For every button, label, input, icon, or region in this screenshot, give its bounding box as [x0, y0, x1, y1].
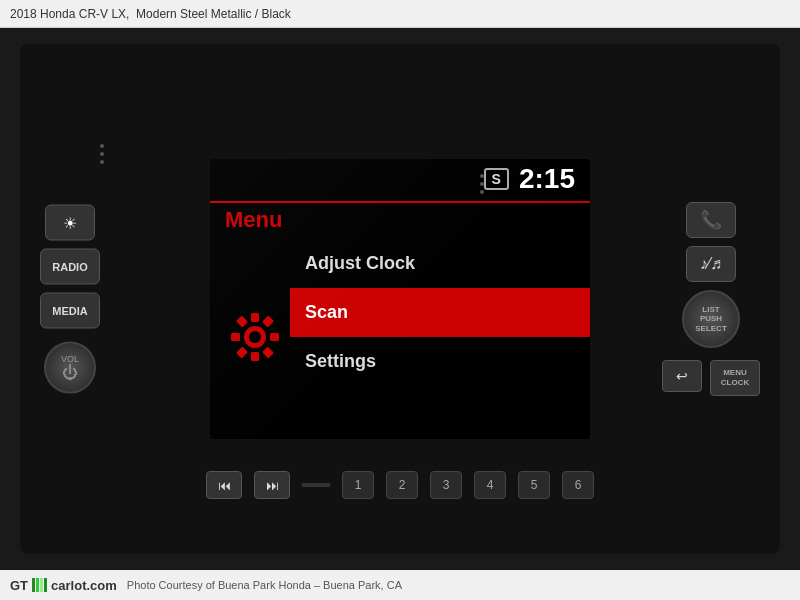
call-icon: 📞	[700, 209, 722, 231]
svg-rect-7	[236, 315, 248, 327]
bottom-bar: GT carlot.com Photo Courtesy of Buena Pa…	[0, 570, 800, 600]
menu-item-adjust-clock[interactable]: Adjust Clock	[290, 239, 590, 288]
dot	[480, 182, 484, 186]
brightness-icon: ☀	[63, 213, 77, 232]
dot	[100, 152, 104, 156]
svg-rect-3	[270, 333, 279, 341]
gt-strips	[32, 578, 47, 592]
strip-4	[44, 578, 47, 592]
right-controls: 📞 ♪⁄♬ LIST PUSH SELECT ↩ MENU CLOCK	[662, 202, 760, 396]
next-track-icon: ⏭	[266, 478, 279, 493]
top-bar: 2018 Honda CR-V LX, Modern Steel Metalli…	[0, 0, 800, 28]
back-icon: ↩	[676, 368, 688, 384]
status-s-badge: S	[484, 168, 509, 190]
dot-indicators-left	[100, 144, 104, 164]
list-select-label: LIST PUSH SELECT	[695, 305, 727, 334]
spacer	[302, 483, 330, 487]
vol-label: VOL	[61, 354, 79, 364]
svg-rect-5	[236, 346, 248, 358]
preset-button-4[interactable]: 4	[474, 471, 506, 499]
screen-content: S 2:15 Menu	[210, 159, 590, 439]
dashboard: ☀ RADIO MEDIA VOL ⏻ S	[20, 44, 780, 554]
svg-rect-6	[262, 346, 274, 358]
preset-button-2[interactable]: 2	[386, 471, 418, 499]
main-content: ☀ RADIO MEDIA VOL ⏻ S	[0, 28, 800, 570]
dot	[480, 190, 484, 194]
menu-clock-label: MENU CLOCK	[721, 368, 749, 389]
car-title: 2018 Honda CR-V LX, Modern Steel Metalli…	[10, 7, 291, 21]
back-menu-row: ↩ MENU CLOCK	[662, 360, 760, 396]
radio-button[interactable]: RADIO	[40, 249, 100, 285]
red-divider	[210, 201, 590, 203]
bottom-controls: ⏮ ⏭ 1 2 3 4 5 6	[206, 471, 594, 499]
svg-rect-1	[251, 352, 259, 361]
preset-button-5[interactable]: 5	[518, 471, 550, 499]
menu-item-scan[interactable]: Scan	[290, 288, 590, 337]
dot	[480, 174, 484, 178]
skip-button[interactable]: ♪⁄♬	[686, 246, 736, 282]
back-button[interactable]: ↩	[662, 360, 702, 392]
preset-button-1[interactable]: 1	[342, 471, 374, 499]
status-bar: S 2:15	[210, 159, 590, 199]
prev-track-button[interactable]: ⏮	[206, 471, 242, 499]
svg-rect-2	[231, 333, 240, 341]
media-button[interactable]: MEDIA	[40, 293, 100, 329]
clock-display: 2:15	[519, 163, 575, 195]
strip-3	[40, 578, 43, 592]
gt-logo-text: GT	[10, 578, 28, 593]
infotainment-screen: S 2:15 Menu	[210, 159, 590, 439]
left-controls: ☀ RADIO MEDIA VOL ⏻	[40, 205, 100, 394]
gt-logo-suffix: carlot.com	[51, 578, 117, 593]
skip-icon: ♪⁄♬	[700, 255, 723, 273]
menu-clock-button[interactable]: MENU CLOCK	[710, 360, 760, 396]
strip-2	[36, 578, 39, 592]
list-select-button[interactable]: LIST PUSH SELECT	[682, 290, 740, 348]
prev-track-icon: ⏮	[218, 478, 231, 493]
brightness-button[interactable]: ☀	[45, 205, 95, 241]
next-track-button[interactable]: ⏭	[254, 471, 290, 499]
power-icon: ⏻	[62, 364, 78, 382]
photo-credit: Photo Courtesy of Buena Park Honda – Bue…	[127, 579, 402, 591]
svg-rect-0	[251, 313, 259, 322]
volume-button[interactable]: VOL ⏻	[44, 342, 96, 394]
gtcarlot-logo: GT carlot.com	[10, 578, 117, 593]
call-button[interactable]: 📞	[686, 202, 736, 238]
gear-icon	[230, 312, 280, 362]
preset-button-6[interactable]: 6	[562, 471, 594, 499]
svg-point-9	[249, 331, 261, 343]
strip-1	[32, 578, 35, 592]
menu-items: Adjust Clock Scan Settings	[290, 239, 590, 386]
dot	[100, 160, 104, 164]
menu-label: Menu	[225, 207, 282, 233]
menu-item-settings[interactable]: Settings	[290, 337, 590, 386]
svg-rect-4	[262, 315, 274, 327]
dot	[100, 144, 104, 148]
preset-button-3[interactable]: 3	[430, 471, 462, 499]
gear-area	[225, 244, 285, 429]
